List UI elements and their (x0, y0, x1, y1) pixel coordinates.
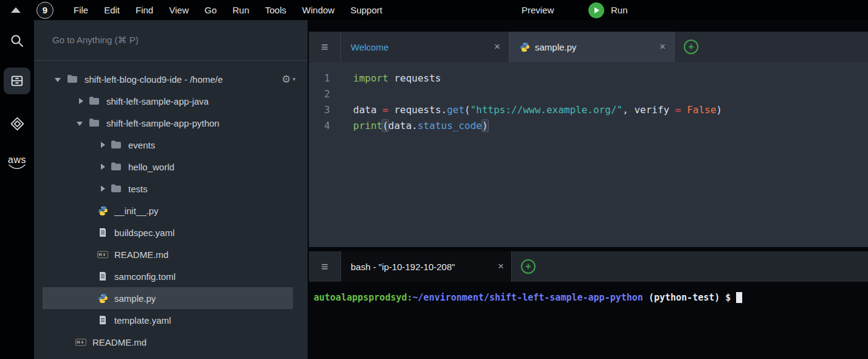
prompt-host: autoalappsprodsyd: (314, 292, 413, 303)
code-line (353, 86, 868, 102)
tree-item-tests[interactable]: tests (34, 178, 308, 200)
line-number: 2 (309, 86, 338, 102)
tree-item-label: shift-left-sample-app-python (106, 118, 219, 128)
line-number: 1 (309, 71, 338, 86)
chevron-down-icon[interactable] (75, 118, 86, 128)
file-icon (97, 315, 108, 326)
cloud9-logo[interactable]: 9 (36, 2, 53, 19)
tab-welcome[interactable]: Welcome × (341, 32, 509, 62)
folder-icon (89, 96, 100, 106)
tree-item-root-folder[interactable]: shift-left-blog-cloud9-ide - /home/e ⚙▾ (34, 68, 308, 90)
tree-item-hello-world[interactable]: hello_world (34, 156, 308, 178)
chevron-right-icon[interactable] (97, 184, 108, 194)
line-number: 3 (309, 102, 338, 118)
tab-label: sample.py (535, 42, 653, 52)
run-button[interactable]: Run (588, 2, 628, 18)
menu-item-edit[interactable]: Edit (96, 0, 128, 20)
menubar: 9 File Edit Find View Go Run Tools Windo… (0, 0, 868, 20)
editor-tab-list-menu-icon[interactable]: ≡ (309, 32, 341, 62)
folder-icon (89, 117, 100, 128)
chevron-down-icon[interactable] (53, 74, 64, 85)
goto-anything-input[interactable]: Go to Anything (⌘ P) (34, 20, 308, 61)
code-line: print(data.status_code) (353, 118, 868, 134)
tab-label: bash - "ip-10-192-10-208" (351, 262, 492, 272)
close-icon[interactable]: × (660, 41, 666, 53)
folder-icon (111, 139, 122, 150)
editor-terminal-column: ≡ Welcome × sample.py × + 1 2 (308, 20, 868, 359)
environment-files-icon[interactable] (4, 68, 30, 94)
tree-item-buildspec-yaml[interactable]: buildspec.yaml (34, 221, 308, 243)
new-tab-button[interactable]: + (684, 40, 698, 54)
tab-sample-py[interactable]: sample.py × (509, 32, 675, 62)
file-icon (97, 227, 108, 238)
terminal-pane[interactable]: autoalappsprodsyd:~/environment/shift-le… (309, 282, 868, 359)
aws-smile-icon (8, 164, 26, 169)
menu-item-run[interactable]: Run (224, 0, 257, 20)
menu-item-support[interactable]: Support (342, 0, 390, 20)
python-file-icon (519, 41, 530, 52)
tree-item-label: shift-left-sample-app-java (106, 96, 208, 106)
tree-item-readme-md-root[interactable]: README.md (34, 331, 308, 353)
tree-item-label: tests (128, 184, 148, 194)
tree-item-events[interactable]: events (34, 134, 308, 156)
preview-button[interactable]: Preview (522, 5, 554, 15)
menu-item-find[interactable]: Find (128, 0, 161, 20)
tree-item-label: samconfig.toml (114, 271, 176, 282)
tree-item-sample-app-java[interactable]: shift-left-sample-app-java (34, 90, 308, 112)
prompt-suffix: (python-test) $ (643, 292, 731, 303)
code-line: import requests (353, 71, 868, 86)
menu-item-file[interactable]: File (66, 0, 96, 20)
run-button-label: Run (611, 5, 628, 15)
aws-toolkit-icon[interactable] (10, 116, 25, 131)
chevron-right-icon[interactable] (97, 162, 108, 172)
terminal-tab-list-menu-icon[interactable]: ≡ (309, 251, 341, 282)
tree-item-label: template.yaml (114, 315, 171, 326)
tree-item-init-py[interactable]: __init__.py (34, 200, 308, 221)
terminal-tabbar: ≡ bash - "ip-10-192-10-208" × + (309, 251, 868, 282)
run-play-icon[interactable] (588, 2, 604, 18)
tab-bash-terminal[interactable]: bash - "ip-10-192-10-208" × (341, 251, 512, 282)
tree-item-samconfig-toml[interactable]: samconfig.toml (34, 265, 308, 287)
tree-item-label: hello_world (128, 162, 174, 172)
tree-item-label: README.md (92, 337, 146, 347)
cloud9-logo-glyph: 9 (43, 5, 47, 15)
code-line: data = requests.get("https://www.example… (353, 102, 868, 118)
tree-item-sample-py[interactable]: sample.py (34, 287, 308, 309)
close-icon[interactable]: × (494, 41, 500, 53)
chevron-right-icon[interactable] (97, 140, 108, 150)
terminal-prompt[interactable]: autoalappsprodsyd:~/environment/shift-le… (314, 291, 868, 304)
search-icon[interactable] (10, 33, 24, 48)
folder-icon (67, 74, 78, 85)
play-triangle-icon (594, 7, 599, 13)
prompt-path: ~/environment/shift-left-sample-app-pyth… (413, 292, 643, 303)
tree-item-readme-md[interactable]: README.md (34, 243, 308, 265)
code-area[interactable]: import requests data = requests.get("htt… (338, 62, 868, 247)
tree-item-template-yaml[interactable]: template.yaml (34, 309, 308, 331)
pane-splitter[interactable] (309, 247, 868, 251)
chevron-right-icon[interactable] (75, 96, 86, 106)
folder-icon (111, 183, 122, 194)
aws-logo[interactable]: aws (8, 156, 26, 169)
cloud9-ide-window: 9 File Edit Find View Go Run Tools Windo… (0, 0, 868, 359)
sidebar: Go to Anything (⌘ P) shift-left-blog-clo… (34, 20, 308, 359)
menu-item-go[interactable]: Go (196, 0, 224, 20)
tree-item-label: buildspec.yaml (114, 228, 174, 238)
file-icon (97, 271, 108, 282)
editor-tabbar: ≡ Welcome × sample.py × + (309, 32, 868, 62)
chevron-down-icon: ▾ (292, 76, 295, 82)
gear-icon[interactable]: ⚙▾ (281, 68, 295, 90)
python-file-icon (97, 205, 108, 216)
file-tree: shift-left-blog-cloud9-ide - /home/e ⚙▾ … (34, 61, 308, 353)
folder-icon (111, 161, 122, 172)
new-terminal-button[interactable]: + (521, 259, 536, 274)
menu-item-view[interactable]: View (161, 0, 196, 20)
menu-item-window[interactable]: Window (294, 0, 342, 20)
code-editor[interactable]: 1 2 3 4 import requests data = requests.… (309, 62, 868, 247)
collapse-menubar-icon[interactable] (11, 7, 21, 13)
menu-item-tools[interactable]: Tools (257, 0, 294, 20)
tree-item-sample-app-python[interactable]: shift-left-sample-app-python (34, 112, 308, 134)
main-area: aws Go to Anything (⌘ P) shift-left-blog… (0, 20, 868, 359)
close-icon[interactable]: × (498, 260, 504, 273)
left-icon-rail: aws (0, 20, 34, 359)
menu-list: File Edit Find View Go Run Tools Window … (66, 0, 390, 20)
